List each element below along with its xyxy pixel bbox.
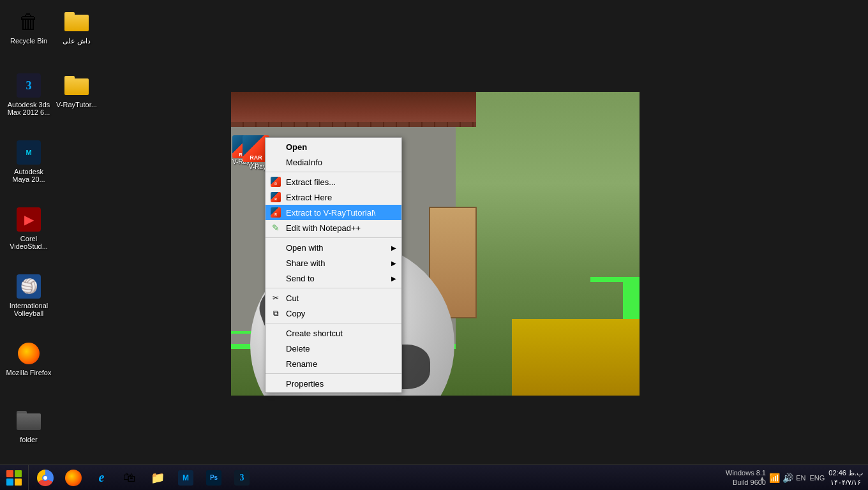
open-with-icon	[269, 241, 282, 254]
tray-network-icon[interactable]: 📶	[769, 473, 780, 483]
extract-files-icon: R	[269, 175, 282, 188]
folder-yellow-icon	[64, 9, 89, 34]
taskbar-store-icon[interactable]: 🛍	[116, 465, 144, 491]
extract-here-icon: R	[269, 191, 282, 204]
volleyball-label: International Volleyball	[6, 302, 52, 317]
send-to-icon	[269, 272, 282, 285]
delete-icon	[269, 342, 282, 355]
extract-to-icon: R	[269, 206, 282, 219]
3dsmax-icon: 3	[16, 73, 41, 98]
context-menu: Open MediaInfo R Extract files... R Extr…	[265, 137, 402, 393]
firefox-label: Mozilla Firefox	[6, 369, 52, 376]
context-menu-item-rename[interactable]: Rename	[266, 356, 401, 371]
recycle-bin-icon: 🗑	[16, 9, 41, 34]
maya-icon: M	[16, 140, 41, 165]
desktop-icon-maya[interactable]: M Autodesk Maya 20...	[3, 137, 54, 186]
open-icon	[269, 140, 282, 153]
desktop-icon-vray-tut[interactable]: V-RayTutor...	[51, 70, 102, 111]
volleyball-icon: 🏐	[16, 274, 41, 299]
copy-icon: ⧉	[269, 307, 282, 320]
share-with-arrow: ▶	[391, 260, 396, 267]
desktop-icon-firefox[interactable]: Mozilla Firefox	[3, 338, 54, 379]
context-menu-item-open[interactable]: Open	[266, 139, 401, 154]
separator-4	[266, 323, 401, 323]
recycle-bin-label: Recycle Bin	[6, 37, 52, 45]
context-menu-item-extract-here[interactable]: R Extract Here	[266, 189, 401, 205]
send-to-arrow: ▶	[391, 275, 396, 282]
corel-label: Corel VideoStud...	[6, 235, 52, 250]
system-tray: ▲ 📶 🔊 EN ENG 02:46 ب.ظ ۱۴۰۴/۷/۱۶	[754, 465, 868, 490]
folder-dark-icon	[16, 408, 41, 433]
context-menu-item-open-with[interactable]: Open with ▶	[266, 240, 401, 255]
desktop-icon-3dsmax[interactable]: 3 Autodesk 3ds Max 2012 6...	[3, 70, 54, 119]
taskbar-3dsmax-icon[interactable]: 3	[228, 465, 256, 491]
context-menu-item-extract-files[interactable]: R Extract files...	[266, 174, 401, 189]
taskbar-autodesk-icon[interactable]: M	[172, 465, 200, 491]
tray-volume-icon[interactable]: 🔊	[782, 473, 793, 483]
taskbar-chrome-icon[interactable]	[31, 465, 59, 491]
rename-icon	[269, 357, 282, 370]
context-menu-item-copy[interactable]: ⧉ Copy	[266, 306, 401, 321]
separator-3	[266, 288, 401, 288]
desktop-icon-folder[interactable]: folder	[3, 405, 54, 446]
windows-logo-icon	[6, 470, 22, 486]
context-menu-item-mediainfo[interactable]: MediaInfo	[266, 154, 401, 170]
context-menu-item-cut[interactable]: ✂ Cut	[266, 290, 401, 306]
taskbar-ie-icon[interactable]: e	[87, 465, 116, 491]
dash-ali-label: داش علی	[54, 37, 100, 45]
context-menu-item-edit-notepad[interactable]: ✎ Edit with Notepad++	[266, 220, 401, 235]
maya-label: Autodesk Maya 20...	[6, 168, 52, 183]
desktop-icon-corel[interactable]: ▶ Corel VideoStud...	[3, 204, 54, 253]
context-menu-item-extract-to[interactable]: R Extract to V-RayTutorial\	[266, 205, 401, 220]
context-menu-item-delete[interactable]: Delete	[266, 341, 401, 356]
3dsmax-label: Autodesk 3ds Max 2012 6...	[6, 101, 52, 116]
context-menu-item-properties[interactable]: Properties	[266, 376, 401, 391]
separator-5	[266, 373, 401, 374]
system-clock[interactable]: 02:46 ب.ظ ۱۴۰۴/۷/۱۶	[828, 468, 863, 488]
create-shortcut-icon	[269, 327, 282, 339]
context-menu-item-send-to[interactable]: Send to ▶	[266, 271, 401, 286]
separator-1	[266, 172, 401, 172]
firefox-icon	[16, 341, 41, 366]
desktop-icon-volleyball[interactable]: 🏐 International Volleyball	[3, 271, 54, 320]
taskbar: e 🛍 📁 M Ps 3 Windows 8.1	[0, 464, 868, 490]
taskbar-photoshop-icon[interactable]: Ps	[200, 465, 228, 491]
tray-icons-group: 📶 🔊 EN	[769, 473, 805, 483]
desktop-icon-recycle-bin[interactable]: 🗑 Recycle Bin	[3, 6, 54, 47]
separator-2	[266, 237, 401, 238]
open-with-arrow: ▶	[391, 244, 396, 251]
cut-icon: ✂	[269, 292, 282, 304]
folder-label: folder	[6, 436, 52, 443]
notification-expand-icon[interactable]: ▲	[759, 475, 765, 482]
taskbar-firefox-icon[interactable]	[59, 465, 87, 491]
notepad-icon: ✎	[269, 221, 282, 234]
vray-folder-icon	[64, 73, 89, 98]
taskbar-explorer-icon[interactable]: 📁	[144, 465, 172, 491]
desktop: 🗑 Recycle Bin داش علی 3 Autodesk 3ds Max…	[0, 0, 868, 490]
tray-ime-icon[interactable]: EN	[796, 474, 805, 482]
context-menu-item-create-shortcut[interactable]: Create shortcut	[266, 325, 401, 341]
tray-language[interactable]: ENG	[810, 474, 825, 482]
mediainfo-icon	[269, 156, 282, 168]
share-with-icon	[269, 256, 282, 269]
start-button[interactable]	[0, 465, 29, 491]
desktop-icon-dash-ali[interactable]: داش علی	[51, 6, 102, 48]
corel-icon: ▶	[16, 207, 41, 232]
context-menu-item-share-with[interactable]: Share with ▶	[266, 255, 401, 271]
properties-icon	[269, 377, 282, 390]
taskbar-pinned-icons: e 🛍 📁 M Ps 3	[29, 465, 258, 490]
vray-tut-label: V-RayTutor...	[54, 101, 100, 108]
